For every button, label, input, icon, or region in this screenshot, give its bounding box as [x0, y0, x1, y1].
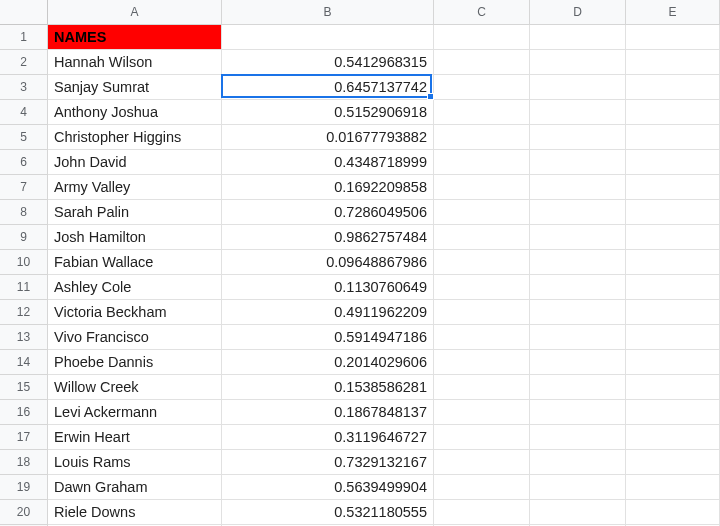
cell-C5[interactable]: [434, 125, 530, 150]
cell-A6[interactable]: John David: [48, 150, 222, 175]
cell-C1[interactable]: [434, 25, 530, 50]
cell-E13[interactable]: [626, 325, 720, 350]
cell-A19[interactable]: Dawn Graham: [48, 475, 222, 500]
cell-E7[interactable]: [626, 175, 720, 200]
cell-C8[interactable]: [434, 200, 530, 225]
row-header-2[interactable]: 2: [0, 50, 48, 75]
cell-A5[interactable]: Christopher Higgins: [48, 125, 222, 150]
cell-E4[interactable]: [626, 100, 720, 125]
cell-C2[interactable]: [434, 50, 530, 75]
cell-E20[interactable]: [626, 500, 720, 525]
cell-A1[interactable]: NAMES: [48, 25, 222, 50]
cell-A13[interactable]: Vivo Francisco: [48, 325, 222, 350]
cell-D12[interactable]: [530, 300, 626, 325]
row-header-5[interactable]: 5: [0, 125, 48, 150]
row-header-1[interactable]: 1: [0, 25, 48, 50]
cell-D14[interactable]: [530, 350, 626, 375]
cell-A15[interactable]: Willow Creek: [48, 375, 222, 400]
cell-B18[interactable]: 0.7329132167: [222, 450, 434, 475]
cell-D8[interactable]: [530, 200, 626, 225]
cell-C15[interactable]: [434, 375, 530, 400]
row-header-12[interactable]: 12: [0, 300, 48, 325]
cell-C7[interactable]: [434, 175, 530, 200]
cell-A14[interactable]: Phoebe Dannis: [48, 350, 222, 375]
cell-E1[interactable]: [626, 25, 720, 50]
column-header-B[interactable]: B: [222, 0, 434, 25]
cell-E19[interactable]: [626, 475, 720, 500]
row-header-15[interactable]: 15: [0, 375, 48, 400]
cell-A12[interactable]: Victoria Beckham: [48, 300, 222, 325]
cell-B11[interactable]: 0.1130760649: [222, 275, 434, 300]
cell-C11[interactable]: [434, 275, 530, 300]
cell-D2[interactable]: [530, 50, 626, 75]
cell-A2[interactable]: Hannah Wilson: [48, 50, 222, 75]
cell-B8[interactable]: 0.7286049506: [222, 200, 434, 225]
cell-D5[interactable]: [530, 125, 626, 150]
cell-C6[interactable]: [434, 150, 530, 175]
cell-B2[interactable]: 0.5412968315: [222, 50, 434, 75]
cell-B12[interactable]: 0.4911962209: [222, 300, 434, 325]
cell-E5[interactable]: [626, 125, 720, 150]
cell-D20[interactable]: [530, 500, 626, 525]
cell-D1[interactable]: [530, 25, 626, 50]
cell-A10[interactable]: Fabian Wallace: [48, 250, 222, 275]
spreadsheet-grid[interactable]: ABCDE1NAMES2Hannah Wilson0.54129683153Sa…: [0, 0, 720, 526]
cell-E8[interactable]: [626, 200, 720, 225]
cell-D11[interactable]: [530, 275, 626, 300]
row-header-18[interactable]: 18: [0, 450, 48, 475]
cell-E9[interactable]: [626, 225, 720, 250]
cell-E16[interactable]: [626, 400, 720, 425]
cell-B14[interactable]: 0.2014029606: [222, 350, 434, 375]
cell-B20[interactable]: 0.5321180555: [222, 500, 434, 525]
cell-A18[interactable]: Louis Rams: [48, 450, 222, 475]
cell-E10[interactable]: [626, 250, 720, 275]
column-header-D[interactable]: D: [530, 0, 626, 25]
cell-D13[interactable]: [530, 325, 626, 350]
cell-E17[interactable]: [626, 425, 720, 450]
cell-B1[interactable]: [222, 25, 434, 50]
cell-D10[interactable]: [530, 250, 626, 275]
cell-C20[interactable]: [434, 500, 530, 525]
cell-B15[interactable]: 0.1538586281: [222, 375, 434, 400]
cell-D3[interactable]: [530, 75, 626, 100]
cell-B5[interactable]: 0.01677793882: [222, 125, 434, 150]
cell-C17[interactable]: [434, 425, 530, 450]
row-header-10[interactable]: 10: [0, 250, 48, 275]
cell-B10[interactable]: 0.09648867986: [222, 250, 434, 275]
row-header-4[interactable]: 4: [0, 100, 48, 125]
cell-D17[interactable]: [530, 425, 626, 450]
cell-B17[interactable]: 0.3119646727: [222, 425, 434, 450]
cell-B16[interactable]: 0.1867848137: [222, 400, 434, 425]
column-header-A[interactable]: A: [48, 0, 222, 25]
cell-C16[interactable]: [434, 400, 530, 425]
cell-A7[interactable]: Army Valley: [48, 175, 222, 200]
cell-D15[interactable]: [530, 375, 626, 400]
cell-B3[interactable]: 0.6457137742: [222, 75, 434, 100]
column-header-E[interactable]: E: [626, 0, 720, 25]
cell-B4[interactable]: 0.5152906918: [222, 100, 434, 125]
cell-D4[interactable]: [530, 100, 626, 125]
row-header-3[interactable]: 3: [0, 75, 48, 100]
row-header-8[interactable]: 8: [0, 200, 48, 225]
cell-E11[interactable]: [626, 275, 720, 300]
cell-C14[interactable]: [434, 350, 530, 375]
cell-C12[interactable]: [434, 300, 530, 325]
cell-C3[interactable]: [434, 75, 530, 100]
row-header-17[interactable]: 17: [0, 425, 48, 450]
cell-E12[interactable]: [626, 300, 720, 325]
row-header-7[interactable]: 7: [0, 175, 48, 200]
cell-C10[interactable]: [434, 250, 530, 275]
select-all-corner[interactable]: [0, 0, 48, 25]
cell-B6[interactable]: 0.4348718999: [222, 150, 434, 175]
row-header-13[interactable]: 13: [0, 325, 48, 350]
cell-B9[interactable]: 0.9862757484: [222, 225, 434, 250]
cell-A8[interactable]: Sarah Palin: [48, 200, 222, 225]
cell-A3[interactable]: Sanjay Sumrat: [48, 75, 222, 100]
cell-C19[interactable]: [434, 475, 530, 500]
cell-B7[interactable]: 0.1692209858: [222, 175, 434, 200]
cell-D7[interactable]: [530, 175, 626, 200]
cell-D6[interactable]: [530, 150, 626, 175]
row-header-19[interactable]: 19: [0, 475, 48, 500]
cell-A11[interactable]: Ashley Cole: [48, 275, 222, 300]
cell-E18[interactable]: [626, 450, 720, 475]
